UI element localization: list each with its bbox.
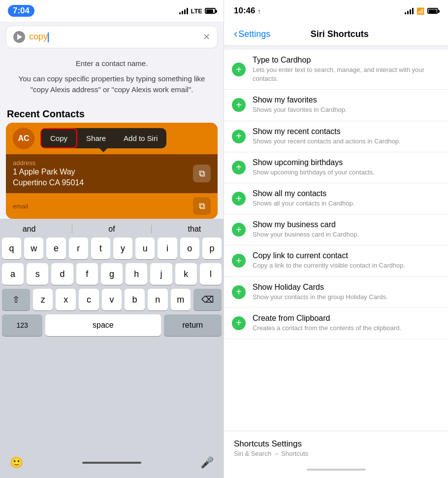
shortcut-title-0: Type to Cardhop bbox=[253, 56, 440, 65]
search-icon bbox=[13, 31, 25, 43]
add-shortcut-icon-8[interactable]: + bbox=[232, 316, 246, 330]
key-v[interactable]: v bbox=[102, 289, 122, 310]
chevron-left-icon: ‹ bbox=[234, 28, 237, 40]
predictive-bar: and of that bbox=[2, 222, 222, 238]
home-indicator bbox=[82, 462, 141, 464]
home-indicator-right bbox=[307, 469, 366, 471]
microphone-icon[interactable]: 🎤 bbox=[200, 456, 214, 469]
address-line1: 1 Apple Park Way bbox=[13, 167, 84, 177]
add-shortcut-icon-5[interactable]: + bbox=[232, 223, 246, 237]
wifi-icon: 📶 bbox=[416, 7, 424, 15]
list-item[interactable]: + Copy link to current contact Copy a li… bbox=[224, 245, 448, 276]
key-p[interactable]: p bbox=[202, 238, 222, 259]
key-w[interactable]: w bbox=[24, 238, 43, 259]
share-button[interactable]: Share bbox=[77, 128, 115, 148]
signal-bars-icon bbox=[179, 8, 188, 14]
key-k[interactable]: k bbox=[175, 263, 197, 285]
card-header: AC Copy Share Add to Siri bbox=[6, 123, 218, 154]
search-bar[interactable]: copy ✕ bbox=[6, 26, 218, 48]
list-item[interactable]: + Show my favorites Shows your favorites… bbox=[224, 90, 448, 121]
key-y[interactable]: y bbox=[113, 238, 132, 259]
right-status-icons: 📶 bbox=[405, 7, 438, 15]
key-e[interactable]: e bbox=[46, 238, 65, 259]
shortcuts-settings-footer[interactable]: Shortcuts Settings Siri & Search → Short… bbox=[224, 431, 448, 461]
add-shortcut-icon-3[interactable]: + bbox=[232, 161, 246, 174]
key-r[interactable]: r bbox=[69, 238, 88, 259]
add-shortcut-icon-6[interactable]: + bbox=[232, 254, 246, 268]
address-label: address bbox=[13, 159, 84, 167]
predictive-and[interactable]: and bbox=[18, 224, 41, 235]
space-key[interactable]: space bbox=[45, 314, 161, 336]
key-q[interactable]: q bbox=[2, 238, 21, 259]
left-status-bar: 7:04 LTE bbox=[0, 0, 224, 22]
return-key[interactable]: return bbox=[164, 314, 222, 336]
key-o[interactable]: o bbox=[180, 238, 199, 259]
right-status-bar: 10:46 ↑ 📶 bbox=[224, 0, 448, 22]
key-u[interactable]: u bbox=[135, 238, 155, 259]
battery-icon bbox=[205, 8, 216, 14]
shortcut-title-1: Show my favorites bbox=[253, 96, 440, 104]
right-home-bar bbox=[224, 461, 448, 478]
avatar: AC bbox=[13, 128, 34, 149]
add-shortcut-icon-1[interactable]: + bbox=[232, 98, 246, 112]
search-clear-button[interactable]: ✕ bbox=[203, 32, 210, 42]
predictive-that[interactable]: that bbox=[183, 224, 206, 235]
list-item[interactable]: + Create from Clipboard Creates a contac… bbox=[224, 308, 448, 339]
search-input[interactable]: copy bbox=[29, 32, 199, 42]
copy-button[interactable]: Copy bbox=[40, 128, 77, 148]
shortcut-subtitle-0: Lets you enter text to search, manage, a… bbox=[253, 66, 440, 83]
key-f[interactable]: f bbox=[76, 263, 98, 285]
key-i[interactable]: i bbox=[158, 238, 177, 259]
list-item[interactable]: + Show my business card Show your busine… bbox=[224, 214, 448, 245]
add-to-siri-button[interactable]: Add to Siri bbox=[115, 128, 166, 148]
left-bottom-bar: 🙂 🎤 bbox=[0, 451, 224, 478]
key-z[interactable]: z bbox=[33, 289, 53, 310]
shortcuts-settings-title: Shortcuts Settings bbox=[234, 439, 438, 449]
shortcut-title-7: Show Holiday Cards bbox=[253, 283, 440, 292]
backspace-key[interactable]: ⌫ bbox=[193, 289, 222, 310]
key-row-3: ⇧ z x c v b n m ⌫ bbox=[2, 289, 222, 310]
location-icon: ↑ bbox=[257, 7, 261, 15]
shortcuts-list: + Type to Cardhop Lets you enter text to… bbox=[224, 50, 448, 431]
key-j[interactable]: j bbox=[150, 263, 172, 285]
list-item[interactable]: + Show upcoming birthdays Show upcoming … bbox=[224, 152, 448, 183]
list-item[interactable]: + Show all my contacts Shows all your co… bbox=[224, 183, 448, 214]
key-c[interactable]: c bbox=[79, 289, 99, 310]
key-d[interactable]: d bbox=[51, 263, 73, 285]
right-phone-screen: 10:46 ↑ 📶 ‹ Settings Siri Shortcuts + bbox=[224, 0, 448, 478]
shortcut-title-3: Show upcoming birthdays bbox=[253, 158, 440, 167]
add-shortcut-icon-2[interactable]: + bbox=[232, 130, 246, 143]
back-label[interactable]: Settings bbox=[238, 29, 270, 39]
right-signal-bars-icon bbox=[405, 8, 414, 14]
left-phone-screen: 7:04 LTE copy ✕ Enter a contact name. Yo… bbox=[0, 0, 224, 478]
num-key[interactable]: 123 bbox=[2, 314, 42, 336]
copy-email-icon[interactable]: ⧉ bbox=[193, 197, 211, 215]
add-shortcut-icon-4[interactable]: + bbox=[232, 192, 246, 205]
emoji-icon[interactable]: 🙂 bbox=[10, 456, 23, 469]
key-s[interactable]: s bbox=[27, 263, 48, 285]
card-email-section: email ⧉ bbox=[6, 193, 218, 219]
shift-key[interactable]: ⇧ bbox=[2, 289, 30, 310]
add-shortcut-icon-7[interactable]: + bbox=[232, 285, 246, 299]
key-h[interactable]: h bbox=[126, 263, 147, 285]
key-l[interactable]: l bbox=[200, 263, 222, 285]
key-g[interactable]: g bbox=[101, 263, 123, 285]
key-m[interactable]: m bbox=[171, 289, 191, 310]
back-button[interactable]: ‹ Settings bbox=[234, 28, 270, 40]
add-shortcut-icon-0[interactable]: + bbox=[232, 63, 246, 76]
key-a[interactable]: a bbox=[2, 263, 24, 285]
key-x[interactable]: x bbox=[56, 289, 76, 310]
shortcut-title-4: Show all my contacts bbox=[253, 189, 440, 198]
list-item[interactable]: + Type to Cardhop Lets you enter text to… bbox=[224, 50, 448, 90]
key-n[interactable]: n bbox=[148, 289, 168, 310]
contact-card[interactable]: AC Copy Share Add to Siri address 1 Appl… bbox=[6, 123, 218, 219]
card-address-section: address 1 Apple Park Way Cupertino CA 95… bbox=[6, 154, 218, 194]
key-t[interactable]: t bbox=[91, 238, 110, 259]
list-item[interactable]: + Show my recent contacts Shows your rec… bbox=[224, 121, 448, 152]
shortcut-subtitle-8: Creates a contact from the contents of t… bbox=[253, 324, 440, 333]
keyboard[interactable]: and of that q w e r t y u i o p a bbox=[0, 219, 224, 451]
predictive-of[interactable]: of bbox=[103, 224, 120, 235]
list-item[interactable]: + Show Holiday Cards Show your contacts … bbox=[224, 277, 448, 308]
key-b[interactable]: b bbox=[125, 289, 145, 310]
copy-address-icon[interactable]: ⧉ bbox=[193, 165, 211, 182]
